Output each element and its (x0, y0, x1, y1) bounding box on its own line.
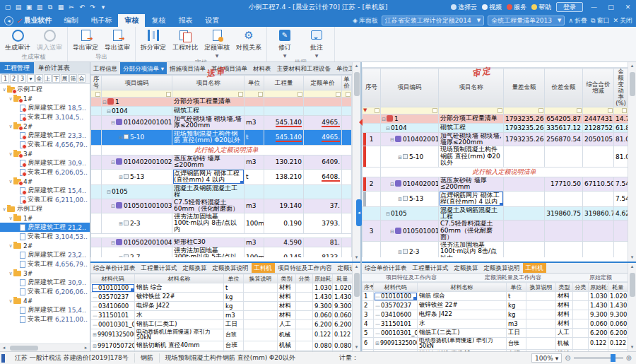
row-expander-icon[interactable]: ⊞ (119, 175, 123, 180)
price-diff-cell[interactable]: 654205.87 (545, 114, 583, 123)
material-code-cell[interactable]: —00010301_06 (91, 320, 135, 329)
material-unit-cell[interactable]: m3 (507, 319, 526, 329)
back-icon[interactable]: ◂ (4, 16, 13, 25)
row-name-cell[interactable]: 混凝土及钢筋混凝土工程 (172, 184, 245, 199)
row-name-cell[interactable]: 强夯法加固地基 100t·m以内 8击/点以内 (172, 213, 245, 233)
column-header[interactable]: 单位 (224, 274, 244, 283)
row-name-cell[interactable]: 矩形柱C30 (172, 237, 245, 247)
ribbon-button-工程对比[interactable]: 工程对比 (170, 28, 201, 58)
row-qty-cell[interactable]: 19.140 (264, 199, 304, 213)
tree-expander-icon[interactable]: ∨ (8, 298, 13, 304)
row-code-cell[interactable]: ⊞5-13 (381, 191, 439, 206)
row-code-cell[interactable]: ⊟010501001003 (381, 221, 439, 241)
material-code-cell[interactable]: —03410600 (374, 310, 418, 319)
tree-item[interactable]: 房屋建筑工程21,2.. (0, 223, 90, 232)
table-row[interactable]: ⊟0104砌筑工程1793235.26335617.122128752.3761… (363, 123, 628, 132)
row-name-cell[interactable]: 点焊钢筋网片 砌体工程(直径mm) 4 以内 (172, 169, 245, 184)
qty-diff-cell[interactable]: 1793235.26 (504, 114, 545, 123)
left-tab-工程管理[interactable]: 工程管理 (0, 62, 34, 74)
ribbon-button-修订[interactable]: ✎修订▼ (269, 28, 300, 58)
price-diff-cell[interactable] (545, 241, 583, 257)
scroll-down-icon[interactable]: ▾ (353, 344, 360, 351)
table-row[interactable]: ⊟0105混凝土及钢筋混凝土工程 (91, 184, 352, 199)
row-unit-cell[interactable]: t (245, 129, 264, 145)
material-name-cell[interactable]: 钢筋切断机 直径40mm (135, 341, 224, 351)
row-code-cell[interactable]: ⊟0105 (102, 184, 172, 199)
row-qty-cell[interactable]: 0.145 (264, 247, 304, 257)
row-expander-icon[interactable]: ⊟ (386, 126, 390, 131)
maximize-button[interactable]: □ (605, 4, 617, 11)
material-unit-cell[interactable]: kg (224, 302, 244, 311)
conversion-cell[interactable] (244, 320, 278, 329)
row-code-cell[interactable]: ⊞5-13 (102, 169, 172, 184)
material-code-cell[interactable]: —00010301_06 (374, 329, 418, 338)
ribbon-button-拆分审定[interactable]: 拆分审定 (138, 28, 169, 58)
row-name-cell[interactable]: 强夯法加固地基 100t·m以内 8击/点以内 (439, 241, 504, 257)
tree-item[interactable]: 安装工程3,104,53.. (0, 232, 90, 241)
table-row[interactable]: ⊞2-3强夯法加固地基 100t·m以内 8击/点以内 (363, 241, 628, 257)
material-subclass-cell[interactable] (296, 283, 313, 293)
material-name-cell[interactable]: 镀锌铁丝 22# (418, 301, 507, 310)
original-qty-cell[interactable]: 6.200 (589, 329, 608, 338)
row-expander-icon[interactable]: ⊟ (111, 120, 115, 126)
filter-dropdown-icon[interactable] (497, 108, 502, 113)
collapse-ribbon-button[interactable]: ∧折叠 (568, 16, 587, 25)
ribbon-button-对照关系[interactable]: ⚙对照关系 (233, 28, 264, 58)
row-unit-cell[interactable]: 100m2 (245, 247, 264, 257)
table-row[interactable]: —00010301_06钢筋工(二类工)工日人工6.2006.200 (91, 320, 353, 329)
qty-diff-cell[interactable] (504, 206, 545, 221)
menu-tab-设置[interactable]: 设置 (199, 14, 225, 27)
row-code-cell[interactable]: ⊟010402001002 (102, 155, 172, 169)
row-price-cell[interactable]: 4965. (304, 116, 342, 130)
qty-cell[interactable]: 6.200 (608, 329, 628, 338)
row-qty-cell[interactable]: 138.210 (264, 169, 304, 184)
ribbon-button-生成审计[interactable]: 生成审计 (2, 28, 33, 52)
row-price-cell[interactable]: 3793. (304, 213, 342, 233)
material-subclass-cell[interactable] (296, 320, 313, 329)
table-row[interactable]: —03410600电焊条 J422kg材料9.3009.300 (91, 302, 353, 311)
row-code-cell[interactable]: ⊞2-3 (381, 241, 439, 257)
list-combo[interactable]: 全统工程量清单2013▼ (488, 16, 565, 25)
material-name-cell[interactable]: 电焊条 J422 (418, 310, 507, 319)
column-header[interactable]: 序号 (363, 69, 381, 107)
sheet-tab-工程信息[interactable]: 工程信息 (90, 62, 120, 74)
tree-item[interactable]: ∨2# (0, 122, 90, 131)
material-unit-cell[interactable]: 台班 (507, 338, 526, 350)
table-row[interactable]: ⊞99170507200钢筋切断机 直径40mm台班机械0.0800.080 (91, 341, 353, 351)
tree-item[interactable]: 安装工程6,206,05.. (0, 168, 90, 177)
row-expander-icon[interactable]: ⊟ (390, 137, 394, 143)
tree-tool-button[interactable]: 合 (78, 74, 86, 83)
filter-cell[interactable] (381, 107, 439, 114)
more-icon[interactable]: ▾ (98, 2, 108, 13)
scroll-down-icon[interactable]: ▾ (353, 254, 360, 262)
filter-cell[interactable] (614, 107, 628, 114)
table-row[interactable]: 此行输入定额说明清单 (363, 167, 628, 177)
row-expander-icon[interactable]: ⊞ (93, 332, 97, 338)
table-row[interactable]: 此行输入定额说明清单 (91, 145, 352, 155)
column-header[interactable]: 金额变动率(%) (614, 69, 628, 107)
row-expander-icon[interactable]: ⊞ (398, 155, 402, 160)
row-expander-icon[interactable]: ⊞ (93, 344, 97, 349)
panel-tab-工程量计算式[interactable]: 工程量计算式 (410, 263, 452, 273)
column-header[interactable]: 单位 (245, 76, 264, 90)
material-code-cell[interactable]: —31150101 (374, 319, 418, 329)
original-qty-cell[interactable]: 0.060 (589, 319, 608, 329)
row-price-cell[interactable] (304, 184, 342, 199)
row-code-cell[interactable]: ⊞5-10 (381, 146, 439, 167)
price-diff-cell[interactable]: 17710.50 (545, 177, 583, 191)
library-panel-toggle[interactable]: ◈库面板 (353, 16, 378, 25)
vertical-scrollbar[interactable]: ▴▾ (628, 263, 636, 351)
row-name-cell[interactable]: 分部分项工程量清单 (172, 98, 245, 107)
qty-diff-cell[interactable] (504, 191, 545, 206)
row-name-cell[interactable]: 强夯法加固地基 300t·m以内 5击/点以内 (172, 247, 245, 257)
tree-item[interactable]: ∨4# (0, 296, 90, 305)
original-qty-cell[interactable]: 0.080 (313, 341, 333, 351)
row-code-cell[interactable]: ⊞2-7 (102, 247, 172, 257)
material-subclass-cell[interactable] (296, 341, 313, 351)
splitter-collapse-handle[interactable]: ◂ (356, 199, 362, 226)
column-header[interactable]: 耗量 (608, 283, 628, 292)
original-qty-cell[interactable]: 0.060 (313, 311, 333, 320)
table-row[interactable]: 1⊟010402001001加气砼砌块墙 砌块墙,墙厚≤200mm1793235… (363, 132, 628, 146)
tree-item[interactable]: 安装工程6,211,00.. (0, 315, 90, 324)
row-price-cell[interactable]: 4965. (304, 129, 342, 145)
